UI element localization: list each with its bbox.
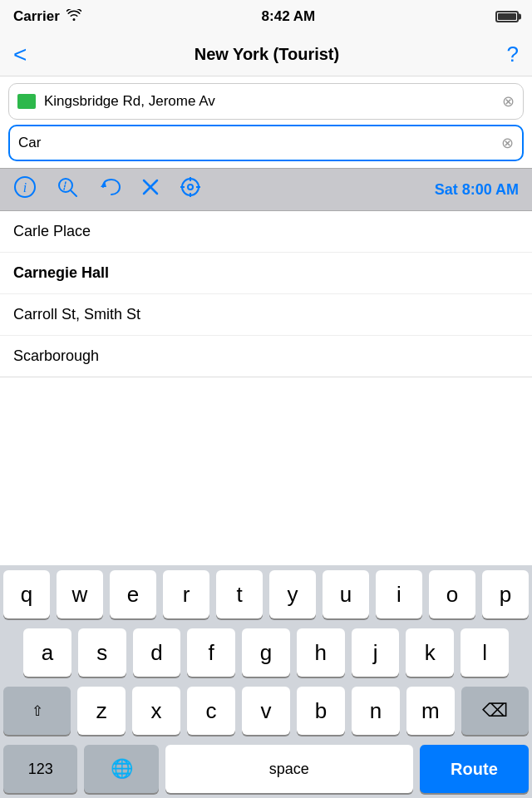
close-button[interactable] [141, 178, 160, 201]
departure-time: Sat 8:00 AM [435, 181, 519, 199]
key-c[interactable]: c [187, 687, 235, 735]
search-button[interactable] [57, 176, 78, 203]
undo-button[interactable] [98, 177, 121, 202]
time-label: 8:42 AM [262, 8, 316, 25]
svg-line-4 [64, 182, 66, 190]
key-n[interactable]: n [352, 687, 400, 735]
key-v[interactable]: v [242, 687, 290, 735]
globe-button[interactable]: 🌐 [84, 745, 158, 793]
delete-button[interactable]: ⌫ [461, 687, 529, 735]
battery-icon [495, 11, 519, 22]
toolbar: i Sat 8:00 AM [0, 168, 532, 211]
suggestion-item[interactable]: Scarborough [0, 336, 532, 377]
carrier-label: Carrier [13, 8, 60, 25]
key-f[interactable]: f [187, 628, 235, 677]
page-title: New York (Tourist) [195, 45, 339, 64]
key-r[interactable]: r [163, 570, 209, 618]
suggestions-list: Carle Place Carnegie Hall Carroll St, Sm… [0, 211, 532, 377]
key-m[interactable]: m [406, 687, 455, 735]
to-search-row[interactable]: Car ⊗ [8, 125, 524, 161]
keyboard-row-3: ⇧ z x c v b n m ⌫ [0, 682, 532, 740]
key-q[interactable]: q [3, 570, 50, 618]
keyboard-row-2: a s d f g h j k l [0, 623, 532, 682]
key-e[interactable]: e [110, 570, 156, 618]
key-t[interactable]: t [216, 570, 263, 618]
svg-text:i: i [23, 180, 27, 195]
keyboard-row-4: 123 🌐 space Route [0, 740, 532, 798]
suggestion-item[interactable]: Carroll St, Smith St [0, 294, 532, 336]
keyboard: q w e r t y u i o p a s d f g h j k l ⇧ … [0, 565, 532, 798]
to-search-input[interactable]: Car [18, 135, 501, 151]
from-search-row[interactable]: Kingsbridge Rd, Jerome Av ⊗ [8, 83, 524, 120]
key-j[interactable]: j [352, 628, 400, 677]
key-d[interactable]: d [133, 628, 181, 677]
locate-button[interactable] [180, 176, 201, 203]
key-w[interactable]: w [57, 570, 103, 618]
key-l[interactable]: l [461, 628, 509, 677]
suggestion-item[interactable]: Carle Place [0, 211, 532, 253]
key-h[interactable]: h [297, 628, 345, 677]
key-b[interactable]: b [297, 687, 345, 735]
info-button[interactable]: i [13, 175, 37, 204]
key-p[interactable]: p [482, 570, 529, 618]
svg-point-8 [188, 185, 193, 190]
flag-icon [17, 94, 36, 109]
shift-button[interactable]: ⇧ [3, 687, 71, 735]
wifi-icon [66, 8, 81, 25]
svg-line-3 [71, 190, 76, 196]
key-u[interactable]: u [323, 570, 369, 618]
help-button[interactable]: ? [507, 42, 519, 67]
to-clear-button[interactable]: ⊗ [501, 134, 514, 152]
suggestion-item[interactable]: Carnegie Hall [0, 253, 532, 294]
key-a[interactable]: a [23, 628, 71, 677]
numbers-button[interactable]: 123 [3, 745, 77, 793]
key-x[interactable]: x [132, 687, 180, 735]
nav-bar: < New York (Tourist) ? [0, 33, 532, 76]
key-o[interactable]: o [429, 570, 475, 618]
route-button[interactable]: Route [420, 745, 529, 793]
status-bar: Carrier 8:42 AM [0, 0, 532, 33]
from-search-input[interactable]: Kingsbridge Rd, Jerome Av [44, 93, 502, 110]
space-button[interactable]: space [165, 745, 413, 793]
key-i[interactable]: i [376, 570, 422, 618]
key-y[interactable]: y [269, 570, 316, 618]
key-z[interactable]: z [77, 687, 126, 735]
keyboard-row-1: q w e r t y u i o p [0, 565, 532, 623]
search-area: Kingsbridge Rd, Jerome Av ⊗ Car ⊗ [0, 76, 532, 168]
back-button[interactable]: < [13, 43, 27, 66]
battery-area [495, 11, 519, 22]
status-left: Carrier [13, 8, 81, 25]
key-k[interactable]: k [406, 628, 454, 677]
from-clear-button[interactable]: ⊗ [502, 92, 515, 111]
key-s[interactable]: s [78, 628, 126, 677]
key-g[interactable]: g [242, 628, 290, 677]
